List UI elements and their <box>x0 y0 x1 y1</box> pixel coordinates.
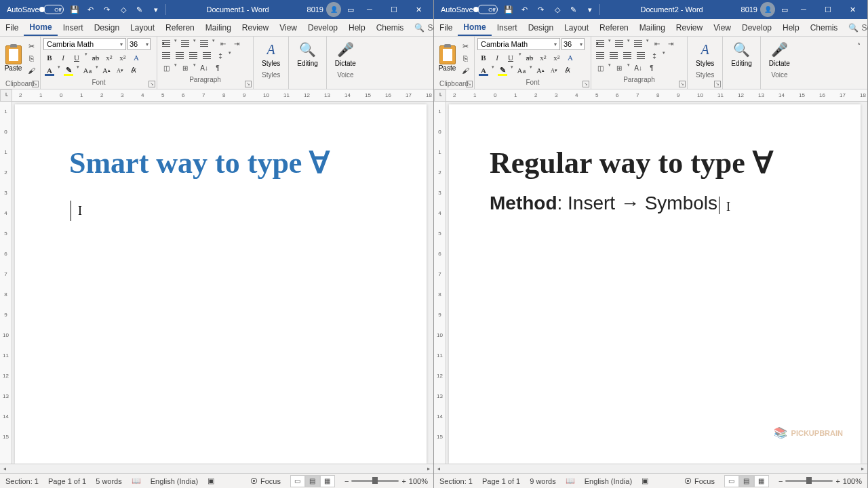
dropdown-icon[interactable]: ▾ <box>57 64 61 76</box>
borders-button[interactable]: ⊞ <box>179 62 191 73</box>
horizontal-ruler[interactable]: 210123456789101112131415161718 <box>12 89 433 102</box>
dictate-button[interactable]: 🎤 Dictate <box>330 38 361 70</box>
tab-developer[interactable]: Develop <box>736 19 777 36</box>
page[interactable]: Smart way to type ∀ I <box>15 104 427 464</box>
autosave-toggle[interactable]: AutoSave Off <box>437 5 502 14</box>
increase-indent-button[interactable]: ⇥ <box>665 38 677 49</box>
numbering-button[interactable] <box>179 38 191 49</box>
align-left-button[interactable] <box>594 50 606 61</box>
web-layout-icon[interactable]: ▦ <box>320 475 335 487</box>
dialog-launcher-icon[interactable]: ↘ <box>679 81 686 87</box>
editing-button[interactable]: 🔍 Editing <box>292 38 323 70</box>
tab-file[interactable]: File <box>0 19 24 36</box>
close-button[interactable]: ✕ <box>840 0 865 19</box>
increase-indent-button[interactable]: ⇥ <box>231 38 243 49</box>
save-icon[interactable]: 💾 <box>502 3 515 16</box>
maximize-button[interactable]: ☐ <box>382 0 406 19</box>
tab-design[interactable]: Design <box>523 19 559 36</box>
multilevel-button[interactable] <box>198 38 210 49</box>
bullets-button[interactable] <box>594 38 606 49</box>
body-text[interactable]: Method: Insert → SymbolsI <box>490 192 813 214</box>
tab-developer[interactable]: Develop <box>302 19 343 36</box>
web-layout-icon[interactable]: ▦ <box>754 475 769 487</box>
font-color-button[interactable]: A <box>477 64 490 76</box>
zoom-in-icon[interactable]: + <box>401 477 406 485</box>
tab-view[interactable]: View <box>274 19 302 36</box>
tab-selector[interactable]: └ <box>434 89 446 102</box>
zoom-control[interactable]: − + 100% <box>778 477 862 485</box>
tab-view[interactable]: View <box>708 19 736 36</box>
font-size-combo[interactable]: 36▾ <box>127 38 151 50</box>
editing-button[interactable]: 🔍 Editing <box>726 38 757 70</box>
toggle-off[interactable]: Off <box>43 5 64 14</box>
styles-button[interactable]: A Styles <box>256 38 285 70</box>
zoom-in-icon[interactable]: + <box>835 477 840 485</box>
macro-icon[interactable]: ▣ <box>208 476 214 485</box>
page[interactable]: Regular way to type ∀ Method: Insert → S… <box>449 104 861 464</box>
tab-home[interactable]: Home <box>24 19 57 36</box>
subscript-button[interactable]: x2 <box>537 52 549 63</box>
qat-dropdown-icon[interactable]: ▾ <box>149 3 163 16</box>
dictate-button[interactable]: 🎤 Dictate <box>764 38 795 70</box>
text-effects-button[interactable]: A <box>564 52 576 63</box>
focus-mode[interactable]: ⦿ Focus <box>250 477 281 485</box>
page-indicator[interactable]: Page 1 of 1 <box>48 477 86 485</box>
grow-font-button[interactable]: A▴ <box>100 64 113 76</box>
dialog-launcher-icon[interactable]: ↘ <box>583 81 589 87</box>
section-indicator[interactable]: Section: 1 <box>439 477 473 485</box>
touch-mode-icon[interactable]: ◇ <box>117 3 130 16</box>
dialog-launcher-icon[interactable]: ↘ <box>466 81 473 87</box>
italic-button[interactable]: I <box>491 52 503 63</box>
align-center-button[interactable] <box>174 50 186 61</box>
cut-icon[interactable]: ✂ <box>25 41 37 52</box>
zoom-slider[interactable] <box>351 480 399 482</box>
highlight-button[interactable]: ✎ <box>496 64 509 76</box>
numbering-button[interactable] <box>613 38 625 49</box>
heading-text[interactable]: Regular way to type ∀ <box>490 145 813 180</box>
dialog-launcher-icon[interactable]: ↘ <box>149 81 155 87</box>
decrease-indent-button[interactable]: ⇤ <box>217 38 229 49</box>
tab-home[interactable]: Home <box>458 19 491 36</box>
collapse-ribbon-icon[interactable]: ˄ <box>851 38 866 53</box>
bold-button[interactable]: B <box>43 52 56 63</box>
show-marks-button[interactable]: ¶ <box>212 62 224 73</box>
read-mode-icon[interactable]: ▭ <box>724 475 739 487</box>
word-count[interactable]: 9 words <box>530 477 556 485</box>
close-button[interactable]: ✕ <box>406 0 431 19</box>
spell-check-icon[interactable]: 📖 <box>566 476 575 485</box>
borders-button[interactable]: ⊞ <box>613 62 625 73</box>
font-name-combo[interactable]: Cambria Math▾ <box>477 38 560 50</box>
zoom-slider[interactable] <box>785 480 833 482</box>
clear-formatting-button[interactable]: A̷ <box>127 64 140 76</box>
align-right-button[interactable] <box>621 50 633 61</box>
tab-mailings[interactable]: Mailing <box>634 19 671 36</box>
save-icon[interactable]: 💾 <box>68 3 81 16</box>
focus-mode[interactable]: ⦿ Focus <box>684 477 715 485</box>
tab-design[interactable]: Design <box>89 19 125 36</box>
vertical-ruler[interactable]: 10123456789101112131415 <box>434 102 446 464</box>
quick-access-icon[interactable]: ✎ <box>567 3 580 16</box>
touch-mode-icon[interactable]: ◇ <box>551 3 564 16</box>
tab-layout[interactable]: Layout <box>559 19 594 36</box>
change-case-button[interactable]: Aa <box>81 64 94 76</box>
user-avatar-icon[interactable]: 👤 <box>326 2 341 17</box>
dialog-launcher-icon[interactable]: ↘ <box>714 81 721 87</box>
autosave-toggle[interactable]: AutoSave Off <box>3 5 68 14</box>
horizontal-scrollbar[interactable]: ◂ ▸ <box>434 464 867 473</box>
tab-references[interactable]: Referen <box>160 19 200 36</box>
align-left-button[interactable] <box>160 50 172 61</box>
ribbon-display-icon[interactable]: ▭ <box>344 3 357 16</box>
quick-access-icon[interactable]: ✎ <box>133 3 146 16</box>
tab-chemistry[interactable]: Chemis <box>371 19 410 36</box>
undo-icon[interactable]: ↶ <box>84 3 98 16</box>
format-painter-icon[interactable]: 🖌 <box>459 65 471 76</box>
copy-icon[interactable]: ⎘ <box>459 53 471 64</box>
shrink-font-button[interactable]: A▾ <box>114 64 126 76</box>
minimize-button[interactable]: ─ <box>791 0 816 19</box>
tab-insert[interactable]: Insert <box>58 19 89 36</box>
multilevel-button[interactable] <box>632 38 644 49</box>
text-effects-button[interactable]: A <box>130 52 142 63</box>
highlight-button[interactable]: ✎ <box>62 64 75 76</box>
superscript-button[interactable]: x2 <box>117 52 129 63</box>
align-center-button[interactable] <box>608 50 620 61</box>
